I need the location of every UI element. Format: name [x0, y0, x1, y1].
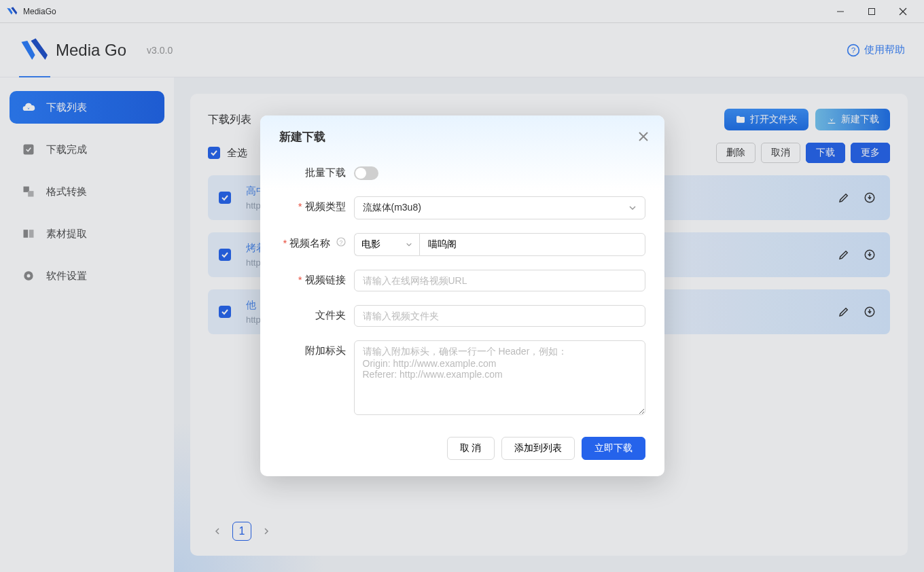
headers-textarea[interactable]	[354, 340, 645, 415]
chevron-down-icon	[406, 241, 412, 248]
modal-overlay: 新建下载 批量下载 *视频类型 流媒体(m3u8) *视频名称	[0, 0, 924, 572]
video-link-label: 视频链接	[305, 274, 346, 285]
add-to-list-button[interactable]: 添加到列表	[501, 437, 575, 460]
folder-label: 文件夹	[315, 309, 346, 321]
video-name-label: 视频名称	[289, 237, 330, 249]
download-now-button[interactable]: 立即下载	[582, 437, 645, 460]
video-type-label: 视频类型	[305, 200, 346, 212]
folder-input[interactable]	[354, 305, 645, 327]
dialog-close-button[interactable]	[637, 130, 650, 145]
video-name-input[interactable]	[419, 233, 645, 256]
batch-download-label: 批量下载	[279, 162, 346, 179]
help-tooltip-icon[interactable]: ?	[336, 237, 346, 247]
name-prefix-select[interactable]: 电影	[354, 233, 419, 256]
video-link-input[interactable]	[354, 270, 645, 291]
dialog-cancel-button[interactable]: 取 消	[447, 437, 495, 460]
headers-label: 附加标头	[305, 344, 346, 356]
new-download-dialog: 新建下载 批量下载 *视频类型 流媒体(m3u8) *视频名称	[260, 115, 664, 476]
svg-text:?: ?	[339, 239, 342, 246]
close-icon	[637, 130, 650, 143]
batch-download-toggle[interactable]	[354, 166, 378, 180]
dialog-title: 新建下载	[279, 129, 645, 145]
video-type-select[interactable]: 流媒体(m3u8)	[354, 196, 645, 219]
chevron-down-icon	[628, 204, 637, 212]
